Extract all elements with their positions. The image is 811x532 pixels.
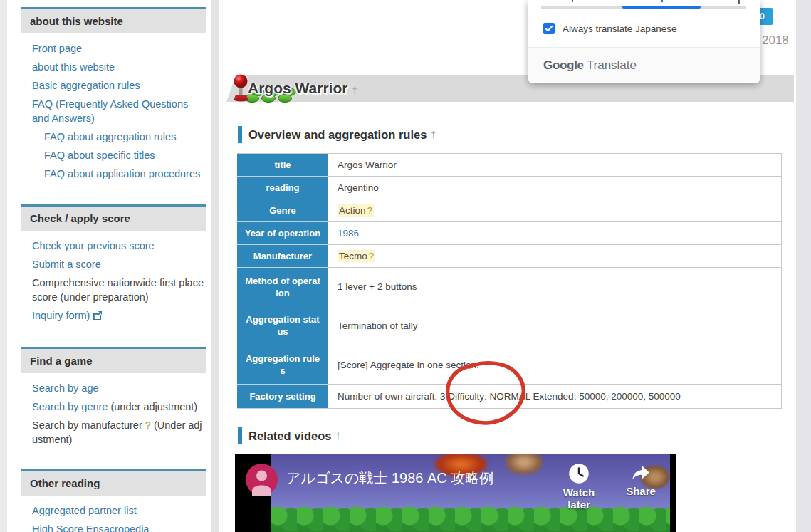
anchor-dagger[interactable]: †	[335, 431, 340, 441]
overview-heading: Overview and aggregation rules †	[238, 126, 436, 143]
sidebar-link-faq-titles[interactable]: FAQ about specific titles	[44, 150, 155, 161]
sidebar-section-about: about this website Front page about this…	[21, 7, 206, 194]
table-row: reading Argentino	[237, 177, 782, 199]
heading-rule	[238, 145, 781, 145]
always-translate-label[interactable]: Always translate Japanese	[563, 24, 677, 34]
manufacturer-value[interactable]: Tecmo	[338, 250, 369, 262]
sidebar-text-search-manufacturer: Search by manufacturer	[32, 419, 142, 431]
sidebar-link-basic-rules[interactable]: Basic aggregation rules	[32, 80, 140, 91]
tooltip-question-mark: ?	[145, 419, 151, 431]
external-link-icon	[93, 310, 103, 324]
google-translate-popup: Always translate Japanese GoogleTranslat…	[528, 0, 760, 83]
table-row: Factory setting Number of own aircraft: …	[237, 385, 782, 409]
watch-later-button[interactable]: Watch later	[552, 463, 606, 511]
rock-sprite	[506, 454, 543, 474]
heading-accent-bar	[238, 126, 242, 143]
sidebar-link-faq-procedures[interactable]: FAQ about application procedures	[44, 168, 200, 179]
tab-text-remnant	[572, 0, 573, 2]
sidebar-link-faq[interactable]: FAQ (Frequently Asked Questions and Answ…	[32, 98, 188, 124]
channel-avatar[interactable]	[246, 464, 278, 496]
table-row: title Argos Warrior	[237, 154, 782, 177]
anchor-dagger[interactable]: †	[431, 130, 436, 140]
heading-accent-bar	[238, 427, 242, 444]
checkmark-icon	[543, 23, 555, 34]
google-translate-brand: GoogleTranslate	[543, 58, 637, 73]
clock-icon	[568, 463, 590, 484]
sidebar-section-title: Other reading	[21, 469, 206, 496]
sidebar-link-check-score[interactable]: Check your previous score	[32, 240, 155, 251]
sidebar-section-score: Check / apply score Check your previous …	[21, 204, 206, 338]
active-tab-indicator	[622, 6, 701, 9]
share-arrow-icon	[630, 463, 652, 483]
sidebar-section-title: Find a game	[21, 347, 206, 373]
always-translate-checkbox[interactable]	[543, 23, 555, 34]
sidebar: about this website Front page about this…	[7, 7, 211, 532]
table-row: Aggregation status Termination of tally	[237, 306, 782, 345]
page-gutter-left	[0, 0, 7, 532]
sidebar-text-nationwide-score: Comprehensive nationwide first place sco…	[32, 277, 204, 303]
person-icon	[246, 464, 278, 496]
sidebar-link-front-page[interactable]: Front page	[32, 43, 82, 54]
sidebar-link-search-genre[interactable]: Search by genre	[32, 401, 108, 412]
bushes-graphic	[271, 507, 670, 532]
popup-footer: GoogleTranslate	[528, 48, 760, 83]
page-gutter-middle	[211, 0, 219, 532]
sidebar-section-find-game: Find a game Search by age Search by genr…	[21, 347, 206, 460]
related-videos-heading: Related videos †	[238, 427, 340, 444]
page-gutter-right	[796, 0, 811, 532]
genre-value[interactable]: Action	[338, 204, 367, 217]
sidebar-link-ensacropedia[interactable]: High Score Ensacropedia	[32, 523, 149, 532]
share-button[interactable]: Share	[623, 463, 659, 497]
sidebar-link-partner-list[interactable]: Aggregated partner list	[32, 505, 137, 516]
video-title[interactable]: アルゴスの戦士 1986 AC 攻略例	[286, 469, 493, 488]
year-link[interactable]: 1986	[338, 228, 359, 239]
sidebar-link-submit-score[interactable]: Submit a score	[32, 259, 101, 270]
tab-text-remnant	[661, 0, 663, 2]
page: about this website Front page about this…	[0, 0, 811, 532]
tooltip-question-mark[interactable]: ?	[367, 204, 375, 217]
date-label: 2018	[762, 33, 789, 48]
kebab-menu-remnant	[738, 0, 740, 4]
game-info-table: title Argos Warrior reading Argentino Ge…	[237, 153, 782, 409]
tooltip-question-mark[interactable]: ?	[369, 250, 376, 262]
game-title: Argos Warrior†	[248, 80, 357, 97]
table-row: Manufacturer Tecmo?	[237, 245, 782, 268]
table-row: Method of operation 1 lever + 2 buttons	[237, 268, 782, 306]
sidebar-text-genre-note: (under adjustment)	[108, 401, 197, 412]
sidebar-section-title: about this website	[21, 7, 206, 33]
sidebar-link-inquiry-form[interactable]: Inquiry form)	[32, 310, 90, 321]
video-thumbnail	[271, 454, 670, 532]
sidebar-link-faq-rules[interactable]: FAQ about aggregation rules	[44, 131, 176, 142]
anchor-dagger[interactable]: †	[352, 85, 357, 95]
table-row: Year of operation 1986	[237, 222, 782, 245]
sidebar-section-title: Check / apply score	[21, 204, 206, 231]
table-row: Aggregation rules [Score] Aggregate in o…	[237, 345, 782, 385]
sidebar-section-other-reading: Other reading Aggregated partner list Hi…	[21, 469, 206, 532]
table-row: Genre Action?	[237, 199, 782, 222]
heading-rule	[238, 447, 781, 447]
sidebar-link-about[interactable]: about this website	[32, 61, 115, 73]
youtube-video-embed[interactable]: アルゴスの戦士 1986 AC 攻略例 Watch later Share	[235, 454, 676, 532]
sidebar-link-search-age[interactable]: Search by age	[32, 382, 99, 394]
